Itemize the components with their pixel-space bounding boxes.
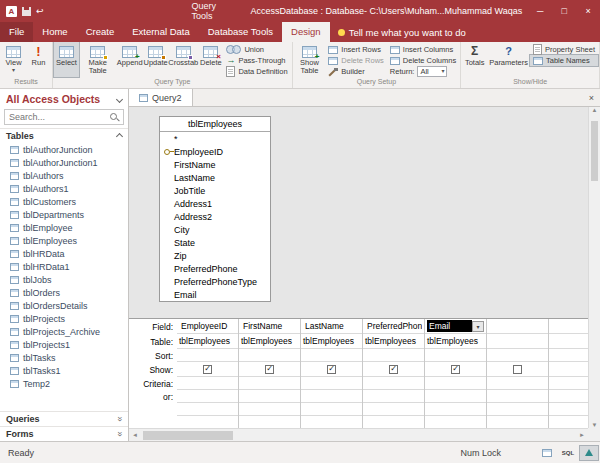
- empty-cell[interactable]: [239, 403, 300, 416]
- field-list-item[interactable]: EmployeeID: [160, 145, 270, 158]
- nav-table-item[interactable]: Temp2: [0, 377, 128, 390]
- empty-cell[interactable]: [487, 403, 548, 416]
- nav-table-item[interactable]: tblDepartments: [0, 208, 128, 221]
- empty-cell[interactable]: [425, 416, 486, 428]
- table-cell[interactable]: [549, 334, 588, 349]
- field-list-item[interactable]: LastName: [160, 171, 270, 184]
- nav-table-item[interactable]: tblHRData: [0, 247, 128, 260]
- status-view-sql-button[interactable]: SQL: [558, 445, 578, 461]
- pass-through-button[interactable]: → Pass-Through: [223, 55, 290, 66]
- field-cell[interactable]: [549, 319, 588, 334]
- make-table-button[interactable]: Make Table: [79, 42, 116, 77]
- show-table-button[interactable]: + Show Table: [294, 42, 326, 77]
- nav-table-item[interactable]: tblAuthors1: [0, 182, 128, 195]
- parameters-button[interactable]: ? Parameters: [487, 42, 530, 77]
- or-cell[interactable]: [177, 390, 238, 403]
- show-checkbox[interactable]: ✓: [451, 365, 460, 374]
- field-cell[interactable]: Email▾: [425, 319, 486, 334]
- show-cell[interactable]: [487, 362, 548, 377]
- show-cell[interactable]: ✓: [301, 362, 362, 377]
- undo-icon[interactable]: ↩: [36, 7, 44, 16]
- field-list-item[interactable]: Zip: [160, 249, 270, 262]
- field-list-item[interactable]: *: [160, 132, 270, 145]
- empty-cell[interactable]: [363, 416, 424, 428]
- criteria-cell[interactable]: [425, 377, 486, 390]
- table-cell[interactable]: tblEmployees: [301, 334, 362, 349]
- close-document-button[interactable]: ×: [583, 89, 600, 106]
- field-list-item[interactable]: PreferredPhoneType: [160, 275, 270, 288]
- empty-cell[interactable]: [549, 403, 588, 416]
- show-checkbox[interactable]: ✓: [327, 365, 336, 374]
- table-cell[interactable]: tblEmployees: [177, 334, 238, 349]
- nav-table-item[interactable]: tblAuthors: [0, 169, 128, 182]
- run-button[interactable]: ! Run: [26, 42, 51, 77]
- tab-home[interactable]: Home: [33, 22, 76, 42]
- table-cell[interactable]: tblEmployees: [239, 334, 300, 349]
- tab-external-data[interactable]: External Data: [123, 22, 199, 42]
- show-cell[interactable]: [549, 362, 588, 377]
- field-cell[interactable]: [487, 319, 548, 334]
- nav-table-item[interactable]: tblCustomers: [0, 195, 128, 208]
- empty-cell[interactable]: [177, 403, 238, 416]
- tab-create[interactable]: Create: [77, 22, 124, 42]
- show-checkbox[interactable]: ✓: [203, 365, 212, 374]
- field-cell[interactable]: LastName: [301, 319, 362, 334]
- status-view-design-button[interactable]: [579, 445, 599, 461]
- save-icon[interactable]: [22, 7, 31, 16]
- empty-cell[interactable]: [549, 416, 588, 428]
- or-cell[interactable]: [549, 390, 588, 403]
- or-cell[interactable]: [239, 390, 300, 403]
- nav-table-item[interactable]: tblOrders: [0, 286, 128, 299]
- scroll-right-button[interactable]: ►: [579, 432, 585, 438]
- tell-me-box[interactable]: Tell me what you want to do: [338, 22, 466, 42]
- table-cell[interactable]: tblEmployees: [425, 334, 486, 349]
- field-list-card[interactable]: tblEmployees *EmployeeIDFirstNameLastNam…: [159, 116, 271, 302]
- criteria-cell[interactable]: [301, 377, 362, 390]
- sort-cell[interactable]: [177, 349, 238, 362]
- field-cell[interactable]: PreferredPhone: [363, 319, 424, 334]
- delete-rows-button[interactable]: Delete Rows: [325, 55, 387, 66]
- show-cell[interactable]: ✓: [425, 362, 486, 377]
- or-cell[interactable]: [487, 390, 548, 403]
- tab-file[interactable]: File: [0, 22, 33, 42]
- status-view-datasheet-button[interactable]: [537, 445, 557, 461]
- data-definition-button[interactable]: Data Definition: [223, 66, 290, 77]
- field-dropdown-button[interactable]: ▾: [472, 321, 484, 332]
- sort-cell[interactable]: [425, 349, 486, 362]
- query-design-surface[interactable]: tblEmployees *EmployeeIDFirstNameLastNam…: [129, 107, 588, 318]
- table-cell[interactable]: tblEmployees: [363, 334, 424, 349]
- close-button[interactable]: ×: [576, 0, 600, 22]
- scrollbar-thumb[interactable]: [591, 121, 598, 181]
- nav-table-item[interactable]: tblAuthorJunction: [0, 143, 128, 156]
- builder-button[interactable]: Builder: [325, 66, 387, 77]
- field-list-item[interactable]: FirstName: [160, 158, 270, 171]
- delete-query-button[interactable]: × Delete: [198, 42, 223, 77]
- nav-pane-header[interactable]: All Access Objects: [0, 89, 128, 108]
- nav-table-item[interactable]: tblJobs: [0, 273, 128, 286]
- show-cell[interactable]: ✓: [363, 362, 424, 377]
- nav-section-tables[interactable]: Tables: [0, 128, 128, 143]
- document-tab-query2[interactable]: Query2: [129, 89, 193, 106]
- sort-cell[interactable]: [301, 349, 362, 362]
- field-list-item[interactable]: State: [160, 236, 270, 249]
- empty-cell[interactable]: [487, 416, 548, 428]
- empty-cell[interactable]: [363, 403, 424, 416]
- or-cell[interactable]: [425, 390, 486, 403]
- nav-table-item[interactable]: tblProjects1: [0, 338, 128, 351]
- update-button[interactable]: Update: [143, 42, 168, 77]
- empty-cell[interactable]: [239, 416, 300, 428]
- nav-table-item[interactable]: tblTasks: [0, 351, 128, 364]
- show-checkbox[interactable]: ✓: [265, 365, 274, 374]
- field-cell[interactable]: EmployeeID: [177, 319, 238, 334]
- empty-cell[interactable]: [177, 416, 238, 428]
- select-query-button[interactable]: Select: [54, 42, 79, 77]
- show-checkbox[interactable]: ✓: [389, 365, 398, 374]
- tab-database-tools[interactable]: Database Tools: [199, 22, 282, 42]
- nav-section-forms[interactable]: Forms »: [0, 426, 128, 441]
- empty-cell[interactable]: [301, 403, 362, 416]
- tab-design[interactable]: Design: [282, 22, 330, 42]
- nav-table-item[interactable]: tblTasks1: [0, 364, 128, 377]
- return-dropdown[interactable]: All ▾: [417, 66, 447, 77]
- scrollbar-thumb[interactable]: [143, 431, 233, 440]
- field-list-item[interactable]: JobTitle: [160, 184, 270, 197]
